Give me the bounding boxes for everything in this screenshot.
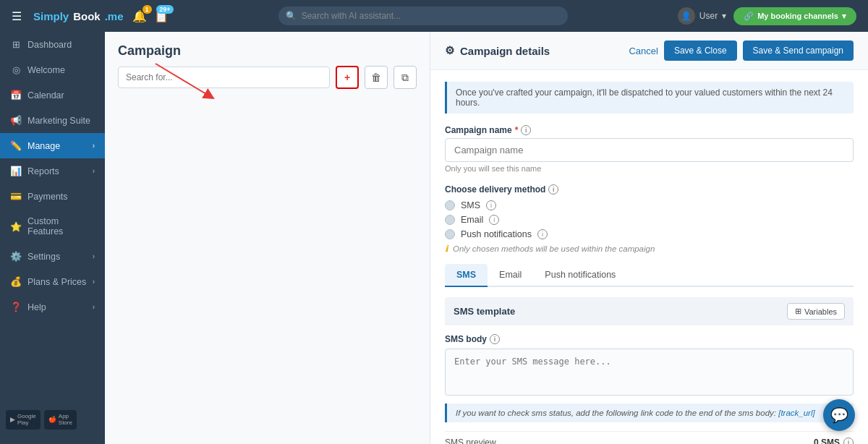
right-panel-body: Once you've crafted your campaign, it'll… — [430, 70, 868, 444]
apple-icon: 🍎 — [48, 416, 56, 423]
user-dropdown-icon: ▾ — [722, 11, 726, 21]
required-marker: * — [515, 125, 519, 135]
sidebar-item-payments[interactable]: 💳 Payments — [0, 184, 105, 209]
variables-button[interactable]: ⊞ Variables — [787, 303, 845, 320]
user-name: User — [699, 11, 718, 21]
topnav-search: 🔍 — [278, 7, 568, 25]
duplicate-campaign-button[interactable]: ⧉ — [393, 66, 417, 89]
manage-icon: ✏️ — [10, 140, 22, 151]
notification-bell[interactable]: 🔔 1 — [132, 9, 147, 23]
delivery-option-sms[interactable]: SMS i — [445, 200, 854, 210]
sms-template-label: SMS template — [454, 306, 515, 317]
add-campaign-button[interactable]: + — [336, 66, 359, 89]
sms-radio[interactable] — [445, 200, 455, 210]
sidebar-item-manage[interactable]: ✏️ Manage › — [0, 133, 105, 158]
sidebar-item-plans[interactable]: 💰 Plans & Prices › — [0, 269, 105, 294]
cancel-button[interactable]: Cancel — [629, 46, 658, 56]
sidebar-item-settings[interactable]: ⚙️ Settings › — [0, 244, 105, 269]
app-logo[interactable]: SimplyBook.me — [33, 10, 124, 22]
save-close-button[interactable]: Save & Close — [664, 40, 737, 61]
email-radio[interactable] — [445, 215, 455, 225]
campaign-details-icon: ⚙ — [445, 44, 454, 57]
booking-channels-button[interactable]: 🔗 My booking channels ▾ — [733, 7, 856, 25]
welcome-icon: ◎ — [10, 64, 22, 75]
delivery-method-section: Choose delivery method i SMS i Email i — [445, 184, 854, 254]
tab-sms[interactable]: SMS — [445, 264, 488, 287]
hamburger-icon[interactable]: ☰ — [12, 9, 22, 23]
sidebar-item-label: Marketing Suite — [27, 116, 95, 126]
sidebar-item-dashboard[interactable]: ⊞ Dashboard — [0, 32, 105, 57]
reports-icon: 📊 — [10, 166, 22, 176]
app-store-label: AppStore — [59, 413, 72, 427]
push-notifications-label: Push notifications — [461, 229, 532, 239]
custom-features-icon: ⭐ — [10, 221, 22, 232]
booking-channels-label: My booking channels — [757, 12, 838, 20]
dashboard-icon: ⊞ — [10, 39, 22, 50]
topnav-right: 👤 User ▾ 🔗 My booking channels ▾ — [678, 7, 856, 25]
campaign-search-input[interactable] — [118, 67, 330, 88]
delivery-method-info-icon[interactable]: i — [548, 184, 558, 195]
right-panel: ⚙ Campaign details Cancel Save & Close S… — [430, 32, 868, 444]
chevron-right-icon: › — [93, 167, 95, 175]
google-play-icon: ▶ — [10, 416, 15, 423]
sidebar-item-label: Plans & Prices — [27, 277, 87, 287]
sms-label: SMS — [461, 200, 480, 210]
sidebar-item-label: Reports — [27, 166, 87, 176]
calendar-icon[interactable]: 📋 29+ — [154, 9, 169, 23]
search-icon: 🔍 — [286, 11, 297, 21]
sidebar-item-reports[interactable]: 📊 Reports › — [0, 158, 105, 184]
campaign-name-label: Campaign name * i — [445, 125, 854, 135]
email-label: Email — [461, 215, 483, 225]
variables-icon: ⊞ — [795, 307, 801, 316]
logo-me: .me — [105, 10, 124, 22]
sms-count: 0 SMS i — [814, 437, 854, 444]
google-play-button[interactable]: ▶ GooglePlay — [6, 410, 41, 430]
main-layout: ⊞ Dashboard ◎ Welcome 📅 Calendar 📢 Marke… — [0, 32, 868, 444]
push-info-icon[interactable]: i — [537, 229, 548, 239]
campaign-details-header: ⚙ Campaign details Cancel Save & Close S… — [430, 32, 868, 70]
campaign-name-info-icon[interactable]: i — [521, 125, 531, 135]
sms-count-value: 0 SMS — [814, 437, 840, 444]
trash-icon: 🗑 — [371, 72, 381, 83]
sms-body-info-icon[interactable]: i — [490, 334, 500, 344]
delivery-option-email[interactable]: Email i — [445, 215, 854, 225]
save-send-button[interactable]: Save & Send campaign — [743, 40, 854, 61]
sidebar-item-welcome[interactable]: ◎ Welcome — [0, 57, 105, 82]
campaign-name-input[interactable] — [445, 138, 854, 162]
content-area: Campaign + 🗑 ⧉ — [105, 32, 868, 444]
app-store-button[interactable]: 🍎 AppStore — [44, 410, 77, 430]
sidebar-item-help[interactable]: ❓ Help › — [0, 294, 105, 320]
sms-count-info-icon[interactable]: i — [843, 437, 854, 444]
dispatch-info-bar: Once you've crafted your campaign, it'll… — [445, 82, 854, 114]
sidebar-item-label: Calendar — [27, 90, 95, 101]
sms-body-textarea[interactable] — [445, 349, 854, 396]
variables-label: Variables — [804, 307, 837, 316]
sms-info-icon[interactable]: i — [486, 200, 496, 210]
settings-icon: ⚙️ — [10, 251, 22, 262]
search-input[interactable] — [278, 7, 568, 25]
chevron-right-icon: › — [93, 252, 95, 260]
chat-bubble-button[interactable]: 💬 — [823, 399, 855, 431]
marketing-icon: 📢 — [10, 115, 22, 126]
left-panel: Campaign + 🗑 ⧉ — [105, 32, 430, 444]
user-area[interactable]: 👤 User ▾ — [678, 7, 726, 25]
sidebar: ⊞ Dashboard ◎ Welcome 📅 Calendar 📢 Marke… — [0, 32, 105, 444]
delivery-method-label: Choose delivery method i — [445, 184, 854, 195]
sidebar-item-marketing[interactable]: 📢 Marketing Suite — [0, 108, 105, 133]
campaign-details-label: Campaign details — [460, 45, 550, 57]
sidebar-item-calendar[interactable]: 📅 Calendar — [0, 82, 105, 108]
help-icon: ❓ — [10, 302, 22, 312]
email-info-icon[interactable]: i — [489, 215, 499, 225]
google-play-label: GooglePlay — [17, 413, 36, 427]
delete-campaign-button[interactable]: 🗑 — [365, 66, 388, 89]
tab-email[interactable]: Email — [488, 264, 533, 287]
delivery-option-push[interactable]: Push notifications i — [445, 229, 854, 239]
push-radio[interactable] — [445, 229, 455, 239]
notification-badge: 1 — [142, 5, 152, 14]
booking-channels-icon: 🔗 — [744, 12, 754, 21]
campaign-name-section: Campaign name * i Only you will see this… — [445, 125, 854, 173]
delivery-note: ℹ Only chosen methods will be used withi… — [445, 244, 854, 254]
header-actions: Cancel Save & Close Save & Send campaign — [629, 40, 854, 61]
tab-push-notifications[interactable]: Push notifications — [533, 264, 627, 287]
sidebar-item-custom-features[interactable]: ⭐ Custom Features — [0, 209, 105, 244]
